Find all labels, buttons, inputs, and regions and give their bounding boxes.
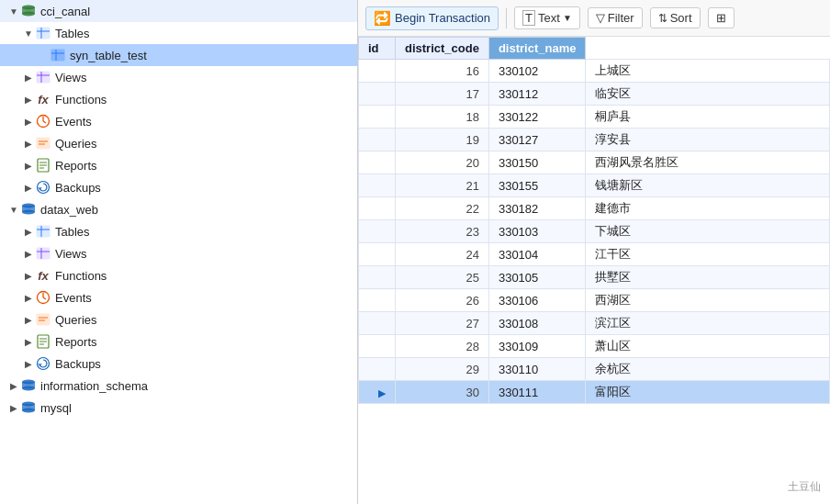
cell-district-code: 330104	[488, 243, 586, 266]
sidebar-item-category[interactable]: ▼ Tables	[0, 22, 357, 44]
events-icon	[35, 289, 51, 306]
sidebar-item-label: datax_web	[40, 203, 98, 217]
text-button[interactable]: T Text ▼	[514, 6, 580, 29]
table-row[interactable]: 19330127淳安县	[359, 129, 830, 151]
text-dropdown-icon: ▼	[563, 13, 572, 23]
col-header-district-name[interactable]: district_name	[488, 38, 586, 60]
results-table: id district_code district_name 16330102上…	[358, 37, 830, 404]
table-row[interactable]: ▶30330111富阳区	[359, 381, 830, 404]
table-row[interactable]: 25330105拱墅区	[359, 266, 830, 289]
cell-district-code: 330102	[488, 60, 586, 83]
sidebar-item-label: Backups	[55, 357, 101, 371]
table-row[interactable]: 27330108滨江区	[359, 312, 830, 335]
table-row[interactable]: 16330102上城区	[359, 60, 830, 83]
svg-rect-29	[37, 248, 50, 259]
table-row[interactable]: 29330110余杭区	[359, 358, 830, 381]
row-arrow-cell	[359, 197, 396, 220]
sidebar-item-db[interactable]: ▶ information_schema	[0, 375, 357, 397]
sidebar-item-category[interactable]: ▶ Reports	[0, 154, 357, 176]
sidebar-item-label: syn_table_test	[70, 49, 147, 62]
cell-district-code: 330122	[488, 106, 586, 129]
sidebar-item-category[interactable]: ▶ Tables	[0, 220, 357, 242]
cell-id: 24	[396, 243, 489, 266]
table-row[interactable]: 21330155钱塘新区	[359, 174, 830, 197]
cell-district-name: 拱墅区	[586, 266, 830, 289]
svg-rect-35	[37, 314, 50, 325]
sidebar-item-category[interactable]: ▶ Backups	[0, 353, 357, 375]
table-row[interactable]: 23330103下城区	[359, 220, 830, 243]
cell-district-name: 临安区	[586, 83, 830, 106]
cell-id: 25	[396, 266, 489, 289]
chevron-icon: ▶	[22, 183, 35, 193]
extra-button[interactable]: ⊞	[708, 7, 735, 28]
db-icon	[20, 399, 37, 416]
table-body: 16330102上城区17330112临安区18330122桐庐县1933012…	[359, 60, 830, 404]
row-arrow-cell: ▶	[359, 381, 396, 404]
cell-district-name: 富阳区	[586, 381, 830, 404]
table-row[interactable]: 26330106西湖区	[359, 289, 830, 312]
sort-button[interactable]: ⇅ Sort	[650, 7, 701, 28]
row-arrow-cell	[359, 151, 396, 174]
chevron-icon: ▶	[22, 249, 35, 259]
cell-id: 23	[396, 220, 489, 243]
cell-id: 21	[396, 174, 489, 197]
col-header-id[interactable]: id	[359, 38, 396, 60]
svg-rect-15	[37, 138, 50, 149]
chevron-icon: ▶	[22, 73, 35, 83]
sidebar-item-category[interactable]: ▶ Reports	[0, 330, 357, 353]
cell-district-name: 桐庐县	[586, 106, 830, 129]
sidebar-item-category[interactable]: ▶ Views	[0, 242, 357, 264]
functions-icon: fx	[35, 91, 51, 107]
table-row[interactable]: 24330104江干区	[359, 243, 830, 266]
cell-id: 30	[396, 381, 489, 404]
sidebar-item-db[interactable]: ▼ cci_canal	[0, 0, 357, 22]
table-row[interactable]: 18330122桐庐县	[359, 106, 830, 129]
sidebar-item-db[interactable]: ▼ datax_web	[0, 198, 357, 220]
main-panel: 🔁 Begin Transaction T Text ▼ ▽ Filter ⇅ …	[358, 0, 830, 504]
begin-transaction-button[interactable]: 🔁 Begin Transaction	[365, 6, 499, 30]
sort-icon: ⇅	[658, 12, 667, 25]
row-arrow-cell	[359, 83, 396, 106]
sidebar-item-label: mysql	[40, 401, 72, 415]
sidebar-item-db[interactable]: ▶ mysql	[0, 397, 357, 419]
col-header-district-code[interactable]: district_code	[396, 38, 489, 60]
cell-id: 27	[396, 312, 489, 335]
data-table: id district_code district_name 16330102上…	[358, 37, 830, 504]
chevron-icon: ▶	[22, 293, 35, 303]
chevron-icon: ▶	[22, 161, 35, 171]
cell-district-name: 江干区	[586, 243, 830, 266]
filter-button[interactable]: ▽ Filter	[588, 7, 643, 28]
row-arrow-cell	[359, 289, 396, 312]
sidebar-item-category[interactable]: ▶ Events	[0, 286, 357, 308]
svg-rect-26	[37, 226, 50, 237]
svg-line-14	[43, 121, 46, 123]
sidebar-item-category[interactable]: ▶ Events	[0, 110, 357, 132]
chevron-down-icon: ▶	[7, 403, 20, 413]
sidebar-item-category[interactable]: ▶fxFunctions	[0, 264, 357, 286]
cell-id: 22	[396, 197, 489, 220]
svg-point-25	[22, 210, 35, 215]
sidebar-item-label: Backups	[55, 181, 101, 195]
sidebar-item-category[interactable]: ▶ Queries	[0, 132, 357, 154]
cell-district-code: 330182	[488, 197, 586, 220]
table-row[interactable]: 17330112临安区	[359, 83, 830, 106]
sidebar-item-label: Tables	[55, 225, 90, 239]
backups-icon	[35, 355, 51, 372]
sidebar-item-category[interactable]: ▶ Views	[0, 66, 357, 88]
cell-district-name: 淳安县	[586, 129, 830, 151]
table-row[interactable]: 28330109萧山区	[359, 335, 830, 358]
cell-district-name: 下城区	[586, 220, 830, 243]
sidebar: ▼ cci_canal▼ Tables syn_table_test▶ View…	[0, 0, 358, 504]
sidebar-item-category[interactable]: ▶ Queries	[0, 308, 357, 330]
svg-line-34	[43, 297, 46, 299]
row-arrow-cell	[359, 106, 396, 129]
backups-icon	[35, 179, 51, 196]
cell-district-code: 330103	[488, 220, 586, 243]
table-row[interactable]: 22330182建德市	[359, 197, 830, 220]
sidebar-item-category[interactable]: ▶fxFunctions	[0, 88, 357, 110]
cell-district-name: 余杭区	[586, 358, 830, 381]
row-arrow-cell	[359, 358, 396, 381]
sidebar-item-table[interactable]: syn_table_test	[0, 44, 357, 66]
sidebar-item-category[interactable]: ▶ Backups	[0, 176, 357, 198]
table-row[interactable]: 20330150西湖风景名胜区	[359, 151, 830, 174]
